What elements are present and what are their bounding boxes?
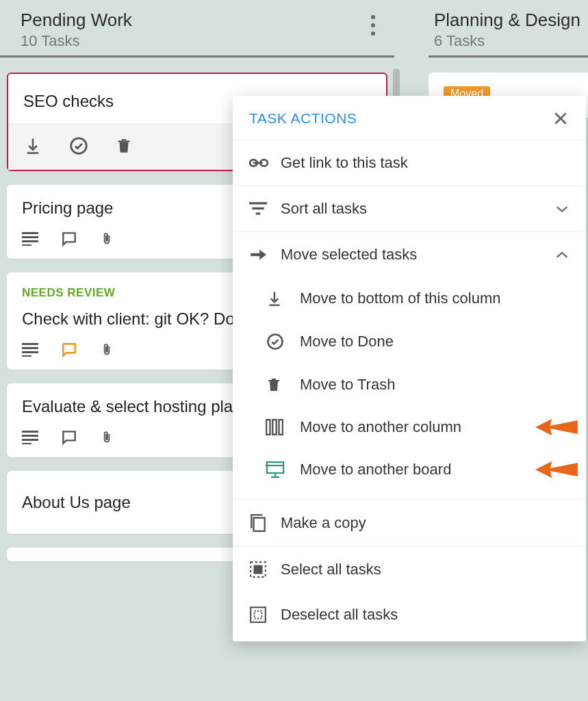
svg-rect-5 [22,343,38,345]
description-icon [22,431,38,444]
sub-move-column[interactable]: Move to another column [233,406,586,448]
check-circle-icon[interactable] [68,136,89,156]
sub-label: Move to Trash [300,376,395,394]
menu-get-link[interactable]: Get link to this task [233,140,586,186]
svg-rect-21 [272,420,276,435]
svg-rect-25 [254,518,265,531]
svg-rect-1 [22,232,38,234]
svg-rect-11 [22,439,38,441]
svg-rect-18 [256,212,261,214]
svg-rect-8 [22,355,31,357]
attachment-icon [100,429,114,446]
menu-label: Move selected tasks [281,246,417,264]
download-icon [266,290,300,307]
sub-label: Move to Done [300,333,394,350]
description-icon [22,232,38,246]
move-sub-items: Move to bottom of this column Move to Do… [233,277,586,500]
column-header-planning: Planning & Design 6 Tasks [429,0,588,58]
annotation-arrow-icon [535,415,578,439]
column-header-pending: Pending Work 10 Tasks [0,0,394,58]
svg-rect-20 [266,420,270,435]
svg-rect-23 [267,462,283,473]
column-subtitle: 6 Tasks [434,32,588,50]
sub-move-done[interactable]: Move to Done [233,320,586,364]
chevron-down-icon [554,204,570,214]
menu-label: Get link to this task [281,154,408,172]
svg-rect-3 [22,240,38,242]
comment-icon [60,429,78,446]
sub-move-board[interactable]: Move to another board [233,448,586,491]
menu-label: Deselect all tasks [281,606,398,624]
popup-title: TASK ACTIONS [249,110,357,127]
svg-rect-7 [22,351,38,353]
svg-rect-17 [252,207,264,209]
sub-move-bottom[interactable]: Move to bottom of this column [233,277,586,320]
column-title: Pending Work [21,10,374,31]
svg-rect-6 [22,347,38,349]
task-actions-popup: TASK ACTIONS Get link to this task Sort … [233,96,586,641]
comment-icon [60,341,78,359]
menu-label: Make a copy [281,514,366,532]
arrow-right-icon [249,248,281,262]
menu-select-all[interactable]: Select all tasks [233,547,586,592]
menu-sort[interactable]: Sort all tasks [233,186,586,232]
svg-rect-10 [22,435,38,437]
attachment-icon [100,341,114,359]
sub-label: Move to another board [300,461,451,479]
svg-rect-29 [255,611,262,619]
sub-move-trash[interactable]: Move to Trash [233,364,586,406]
svg-rect-22 [279,420,283,435]
column-subtitle: 10 Tasks [21,32,374,50]
svg-rect-28 [251,607,266,622]
menu-label: Select all tasks [281,561,381,578]
svg-rect-4 [22,244,31,246]
link-icon [249,157,281,169]
close-icon[interactable] [552,110,570,127]
deselect-all-icon [249,606,281,624]
svg-rect-12 [22,443,31,444]
copy-icon [249,513,281,533]
attachment-icon [100,230,114,248]
svg-rect-27 [255,566,262,574]
svg-rect-9 [22,431,38,433]
sub-label: Move to another column [300,418,461,436]
sub-label: Move to bottom of this column [300,290,500,307]
board-icon [266,461,300,479]
trash-icon[interactable] [115,136,133,155]
popup-header: TASK ACTIONS [233,96,586,140]
description-icon [22,343,38,357]
sort-icon [249,202,281,216]
menu-deselect-all[interactable]: Deselect all tasks [233,592,586,641]
column-title: Planning & Design [434,10,588,31]
menu-label: Sort all tasks [281,200,367,218]
trash-icon [266,376,300,394]
columns-icon [266,419,300,435]
svg-rect-16 [249,202,267,204]
column-menu-button[interactable] [364,15,382,36]
annotation-arrow-icon [535,457,578,482]
menu-copy[interactable]: Make a copy [233,500,586,547]
menu-move[interactable]: Move selected tasks [233,232,586,277]
comment-icon [60,230,78,248]
check-circle-icon [266,332,300,351]
select-all-icon [249,561,281,578]
svg-rect-2 [22,236,38,238]
chevron-up-icon [554,250,570,259]
download-icon[interactable] [23,136,42,155]
